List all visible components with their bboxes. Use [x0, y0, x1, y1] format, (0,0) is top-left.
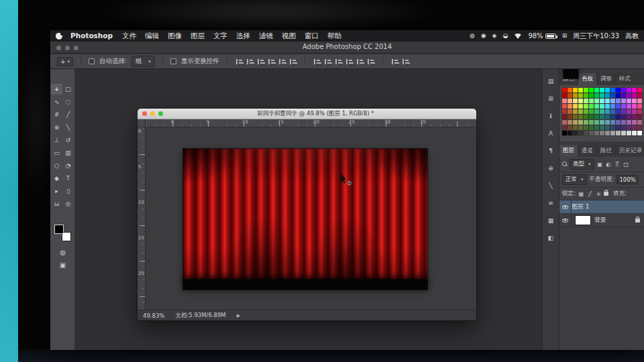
- color-swatch[interactable]: [610, 125, 615, 130]
- color-swatch[interactable]: [584, 104, 588, 109]
- color-swatch[interactable]: [562, 99, 567, 103]
- color-swatch[interactable]: [627, 131, 631, 135]
- visibility-toggle[interactable]: [559, 214, 572, 227]
- color-swatch[interactable]: [573, 131, 578, 135]
- lasso-tool[interactable]: ∿: [51, 97, 62, 107]
- color-swatch[interactable]: [605, 115, 610, 119]
- dodge-tool[interactable]: ◔: [62, 160, 74, 171]
- vertical-ruler[interactable]: 05101520: [138, 127, 146, 310]
- color-swatch[interactable]: [627, 104, 631, 109]
- brush-tool[interactable]: ╲: [62, 122, 74, 133]
- color-swatch[interactable]: [600, 131, 604, 135]
- color-swatch[interactable]: [589, 99, 594, 103]
- color-swatch[interactable]: [632, 88, 637, 93]
- color-swatch[interactable]: [632, 104, 637, 109]
- eyedropper-tool[interactable]: ╱: [62, 109, 74, 120]
- color-swatch[interactable]: [573, 88, 578, 93]
- history-brush-tool[interactable]: ↺: [62, 135, 74, 145]
- clone-stamp-tool[interactable]: ⊥: [51, 135, 62, 145]
- color-swatch[interactable]: [637, 99, 642, 103]
- filter-pixel-layers-icon[interactable]: ▣: [596, 161, 604, 168]
- color-swatch[interactable]: [562, 120, 567, 125]
- color-swatch[interactable]: [637, 88, 642, 93]
- color-swatch[interactable]: [632, 115, 637, 119]
- color-swatch[interactable]: [610, 131, 615, 135]
- 3d-mode-icon[interactable]: [401, 58, 410, 66]
- color-swatch[interactable]: [568, 104, 572, 109]
- shape-tool[interactable]: ▯: [62, 186, 74, 196]
- color-swatch[interactable]: [610, 109, 615, 114]
- wifi-icon[interactable]: [514, 34, 522, 39]
- quick-selection-tool[interactable]: ◌: [62, 97, 74, 107]
- color-swatch[interactable]: [600, 104, 604, 109]
- lock-all-icon[interactable]: [604, 192, 608, 196]
- color-swatch[interactable]: [600, 93, 604, 98]
- color-swatch[interactable]: [584, 99, 588, 103]
- apple-menu-icon[interactable]: [56, 32, 62, 40]
- align-top-edges-icon[interactable]: [267, 58, 276, 66]
- color-swatch[interactable]: [637, 104, 642, 109]
- color-swatch[interactable]: [594, 88, 599, 93]
- color-swatch[interactable]: [610, 93, 615, 98]
- color-swatch[interactable]: [562, 88, 567, 93]
- color-swatch[interactable]: [573, 109, 578, 114]
- color-swatch[interactable]: [621, 131, 626, 135]
- panel-tab-mid-1[interactable]: 图层: [559, 145, 578, 157]
- color-swatch[interactable]: [605, 88, 610, 93]
- color-swatch[interactable]: [573, 120, 578, 125]
- color-swatch[interactable]: [605, 125, 610, 130]
- color-swatch[interactable]: [578, 131, 583, 135]
- layer-row[interactable]: 图层 1: [559, 200, 644, 214]
- menubar-menu-6[interactable]: 选择: [236, 30, 250, 42]
- align-left-edges-icon[interactable]: [235, 58, 244, 66]
- color-swatch[interactable]: [610, 99, 615, 103]
- color-swatch[interactable]: [578, 99, 583, 103]
- blend-mode-dropdown[interactable]: 正常 ▾: [562, 174, 587, 185]
- color-swatch[interactable]: [578, 115, 583, 119]
- filter-shape-layers-icon[interactable]: □: [623, 161, 630, 168]
- color-swatch[interactable]: [627, 115, 631, 119]
- menubar-menu-1[interactable]: 文件: [122, 30, 136, 42]
- color-swatch[interactable]: [616, 115, 621, 119]
- color-swatch[interactable]: [610, 120, 615, 125]
- timeline-panel-icon[interactable]: ▦: [545, 215, 557, 226]
- color-swatch[interactable]: [627, 93, 631, 98]
- color-swatch[interactable]: [594, 109, 599, 114]
- color-swatch[interactable]: [578, 104, 583, 109]
- color-swatch[interactable]: [584, 109, 588, 114]
- layer-thumbnail[interactable]: [563, 69, 579, 79]
- color-swatch[interactable]: [584, 88, 588, 93]
- screen-record-icon[interactable]: ◉: [481, 30, 486, 42]
- brush-panel-icon[interactable]: ╲: [545, 180, 557, 191]
- visibility-toggle[interactable]: [559, 200, 572, 213]
- brush-presets-panel-icon[interactable]: ≡: [545, 198, 557, 208]
- document-canvas[interactable]: [146, 127, 476, 310]
- color-swatch[interactable]: [562, 109, 567, 114]
- color-swatch[interactable]: [632, 99, 637, 103]
- color-swatch[interactable]: [621, 93, 626, 98]
- color-swatch[interactable]: [632, 109, 637, 114]
- menubar-menu-10[interactable]: 帮助: [327, 30, 341, 42]
- document-window[interactable]: 郭同学和曹同学 @ 49.8% (图层 1, RGB/8) * 05101520…: [138, 109, 476, 320]
- menubar-menu-8[interactable]: 视图: [282, 30, 296, 42]
- lock-image-pixels-icon[interactable]: ╱: [586, 190, 594, 198]
- crop-tool[interactable]: #: [51, 109, 62, 120]
- color-swatch[interactable]: [621, 104, 626, 109]
- color-swatch[interactable]: [616, 88, 621, 93]
- color-swatch[interactable]: [594, 125, 599, 130]
- color-swatch[interactable]: [627, 109, 631, 114]
- color-swatch[interactable]: [562, 131, 567, 135]
- color-swatch[interactable]: [562, 93, 567, 98]
- canvas-image[interactable]: [183, 149, 427, 290]
- menubar-menu-9[interactable]: 窗口: [305, 30, 319, 42]
- align-bottom-edges-icon[interactable]: [288, 58, 297, 66]
- screen-mode-icon[interactable]: ▣: [60, 261, 66, 269]
- path-selection-tool[interactable]: ▸: [51, 186, 62, 196]
- hand-tool[interactable]: ω: [51, 198, 62, 209]
- color-swatch[interactable]: [578, 109, 583, 114]
- color-swatch[interactable]: [589, 125, 594, 130]
- color-swatch[interactable]: [594, 115, 599, 119]
- distribute-right-edges-icon[interactable]: [366, 58, 375, 66]
- color-swatch[interactable]: [584, 125, 588, 130]
- color-swatch[interactable]: [562, 104, 567, 109]
